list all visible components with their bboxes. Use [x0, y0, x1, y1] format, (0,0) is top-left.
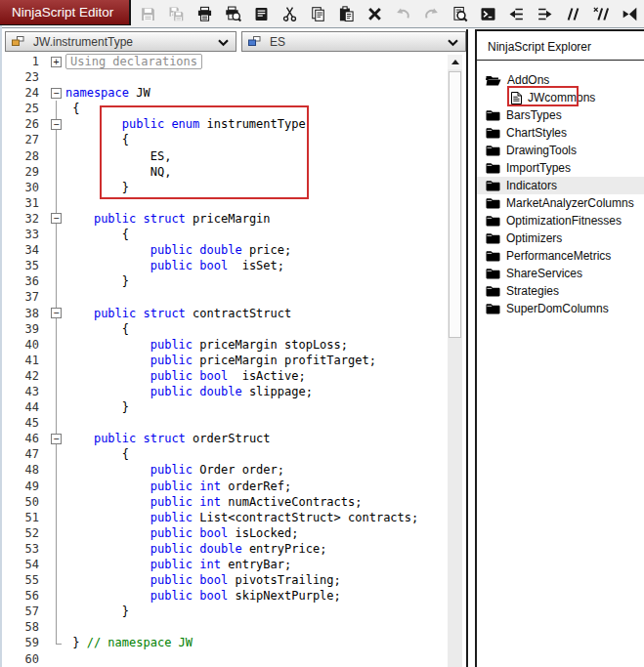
find-button[interactable] [451, 5, 469, 23]
code-line-39[interactable]: 39 { [4, 321, 466, 337]
code-line-49[interactable]: 49 public int orderRef; [4, 479, 466, 494]
ninjascript-editor-window: NinjaScript Editor JW.instrumentType ES [0, 0, 644, 667]
code-line-59[interactable]: 59 } // namespace JW [4, 635, 466, 650]
fold-gutter: − [47, 306, 65, 321]
find-icon [451, 6, 468, 22]
code-line-57[interactable]: 57 } [4, 604, 466, 619]
tree-item-importtypes[interactable]: ImportTypes [477, 159, 644, 177]
code-text: public bool isActive; [65, 368, 306, 384]
copy-icon [310, 6, 326, 22]
code-line-51[interactable]: 51 public List<contractStruct> contracts… [4, 510, 466, 525]
print-preview-button[interactable] [224, 5, 242, 23]
fold-gutter [47, 258, 65, 273]
line-number: 37 [4, 289, 47, 305]
tree-item-indicators[interactable]: Indicators [477, 177, 644, 194]
outdent-button[interactable] [507, 5, 526, 23]
indent-icon [537, 6, 553, 22]
tree-item-shareservices[interactable]: ShareServices [477, 265, 644, 282]
line-number: 33 [4, 227, 47, 242]
code-line-50[interactable]: 50 public int numActiveContracts; [4, 494, 466, 510]
code-line-48[interactable]: 48 public Order order; [4, 462, 466, 478]
scrollbar-thumb[interactable] [449, 71, 461, 338]
line-number: 35 [4, 258, 47, 273]
collapse-region-icon[interactable]: − [51, 213, 62, 224]
tree-item-drawingtools[interactable]: DrawingTools [477, 142, 644, 159]
code-line-23[interactable]: 23 [4, 69, 466, 85]
code-line-36[interactable]: 36 } [4, 273, 466, 289]
folder-icon [486, 285, 500, 297]
scroll-up-arrow[interactable] [448, 55, 462, 69]
collapse-region-icon[interactable]: − [51, 119, 62, 130]
tree-item-marketanalyzercolumns[interactable]: MarketAnalyzerColumns [477, 194, 644, 212]
tree-item-performancemetrics[interactable]: PerformanceMetrics [477, 247, 644, 265]
code-line-35[interactable]: 35 public bool isSet; [4, 258, 466, 273]
code-line-56[interactable]: 56 public bool skipNextPurple; [4, 588, 466, 604]
code-line-46[interactable]: 46− public struct orderStruct [4, 431, 466, 446]
comment-selection-button[interactable] [564, 5, 582, 23]
compile-icon [480, 6, 496, 22]
collapse-region-icon[interactable]: − [51, 88, 62, 99]
copy-button[interactable] [309, 5, 327, 23]
tree-item-label: DrawingTools [506, 144, 577, 157]
visual-studio-button[interactable] [621, 5, 639, 23]
code-line-58[interactable]: 58 [4, 619, 466, 635]
code-text: namespace JW [65, 85, 150, 101]
code-line-38[interactable]: 38− public struct contractStruct [4, 306, 466, 321]
paste-button[interactable] [337, 5, 356, 23]
code-line-33[interactable]: 33 { [4, 227, 466, 242]
code-text: public double slippage; [65, 384, 313, 399]
collapse-region-icon[interactable]: − [51, 434, 62, 444]
code-line-42[interactable]: 42 public bool isActive; [4, 368, 466, 384]
tree-item-label: ShareServices [506, 267, 582, 280]
code-editor[interactable]: 1+Using declarations2324−namespace JW25 … [4, 54, 466, 667]
tree-item-chartstyles[interactable]: ChartStyles [477, 124, 644, 142]
indent-button[interactable] [536, 5, 554, 23]
code-line-47[interactable]: 47 { [4, 446, 466, 462]
tree-item-strategies[interactable]: Strategies [477, 282, 644, 300]
expand-region-icon[interactable]: + [51, 57, 62, 67]
cut-button[interactable] [280, 5, 299, 23]
collapse-region-icon[interactable]: − [51, 308, 62, 318]
save-all-icon [168, 6, 185, 22]
tree-item-superdomcolumns[interactable]: SuperDomColumns [477, 300, 644, 317]
tree-item-label: BarsTypes [506, 108, 562, 122]
line-number: 36 [4, 273, 47, 289]
fold-gutter [47, 525, 65, 541]
code-line-54[interactable]: 54 public int entryBar; [4, 557, 466, 572]
code-line-44[interactable]: 44 } [4, 399, 466, 415]
code-line-60[interactable]: 60 [4, 651, 466, 667]
code-line-52[interactable]: 52 public bool isLocked; [4, 525, 466, 541]
code-line-53[interactable]: 53 public double entryPrice; [4, 541, 466, 557]
editor-vertical-scrollbar[interactable] [448, 55, 462, 667]
fold-gutter [47, 242, 65, 258]
code-text: { [65, 446, 129, 462]
tree-item-optimizers[interactable]: Optimizers [477, 229, 644, 247]
code-text: public double entryPrice; [65, 541, 326, 557]
code-line-45[interactable]: 45 [4, 415, 466, 431]
print-button[interactable] [195, 5, 214, 23]
code-line-43[interactable]: 43 public double slippage; [4, 384, 466, 399]
code-line-32[interactable]: 32− public struct priceMargin [4, 211, 466, 227]
code-line-24[interactable]: 24−namespace JW [4, 85, 466, 101]
type-dropdown[interactable]: JW.instrumentType [5, 31, 236, 52]
line-number: 40 [4, 337, 47, 353]
member-dropdown[interactable]: ES [241, 31, 466, 52]
code-line-34[interactable]: 34 public double price; [4, 242, 466, 258]
code-line-41[interactable]: 41 public priceMargin profitTarget; [4, 353, 466, 368]
code-line-55[interactable]: 55 public bool pivotsTrailing; [4, 572, 466, 588]
fold-gutter [47, 289, 65, 305]
fold-gutter [47, 69, 65, 85]
delete-button[interactable] [365, 5, 384, 23]
uncomment-selection-button[interactable] [592, 5, 611, 23]
tree-item-barstypes[interactable]: BarsTypes [477, 106, 644, 124]
tree-item-optimizationfitnesses[interactable]: OptimizationFitnesses [477, 212, 644, 229]
code-snippets-button[interactable] [252, 5, 271, 23]
code-line-37[interactable]: 37 [4, 289, 466, 305]
fold-gutter [47, 273, 65, 289]
fold-gutter [47, 572, 65, 588]
code-line-1[interactable]: 1+Using declarations [4, 54, 466, 69]
code-line-40[interactable]: 40 public priceMargin stopLoss; [4, 337, 466, 353]
fold-gutter [47, 446, 65, 462]
compile-button[interactable] [479, 5, 497, 23]
chevron-down-icon [218, 39, 229, 47]
